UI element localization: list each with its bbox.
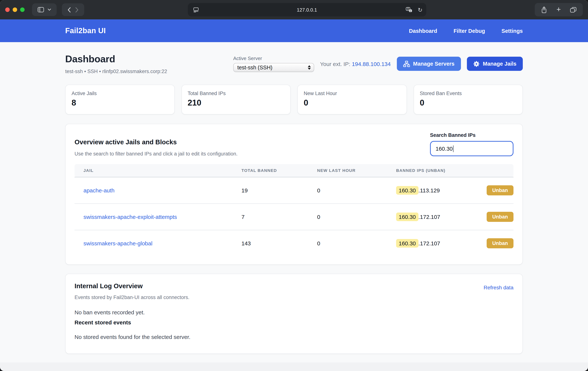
search-block: Search Banned IPs 160.30 — [430, 132, 514, 157]
unban-button[interactable]: Unban — [487, 185, 514, 195]
new-last-hour-value: 0 — [317, 204, 396, 230]
manage-servers-button[interactable]: Manage Servers — [397, 57, 461, 71]
chevron-down-icon[interactable] — [46, 9, 53, 11]
table-row: apache-auth 19 0 160.30 .113.129 — [74, 177, 514, 204]
no-ban-events-text: No ban events recorded yet. — [74, 309, 514, 316]
banned-ip: 160.30 .113.129 — [396, 186, 440, 195]
back-icon[interactable] — [66, 7, 73, 12]
unban-button[interactable]: Unban — [487, 212, 514, 222]
stat-label: Active Jails — [72, 91, 168, 96]
ip-match-highlight: 160.30 — [396, 186, 419, 195]
translate-icon[interactable]: A x — [404, 7, 414, 12]
column-header-total-banned: TOTAL BANNED — [242, 164, 317, 177]
unban-button[interactable]: Unban — [487, 238, 514, 248]
search-banned-ips-input[interactable]: 160.30 — [430, 141, 514, 156]
page-title: Dashboard — [65, 53, 167, 65]
banned-ip: 160.30 .172.107 — [396, 213, 440, 221]
ip-match-highlight: 160.30 — [396, 239, 419, 248]
stat-value: 0 — [304, 98, 400, 108]
ip-rest: .172.107 — [419, 214, 440, 220]
jail-link[interactable]: swissmakers-apache-global — [84, 240, 152, 246]
internal-log-title: Internal Log Overview — [74, 282, 143, 290]
total-banned-value: 19 — [242, 177, 317, 204]
stat-label: Total Banned IPs — [188, 91, 284, 96]
jail-link[interactable]: apache-auth — [84, 187, 115, 194]
sidebar-icon[interactable] — [36, 7, 46, 12]
forward-icon[interactable] — [73, 7, 81, 12]
external-ip-value[interactable]: 194.88.100.134 — [352, 61, 391, 67]
column-header-jail: JAIL — [74, 164, 242, 177]
active-server-label: Active Server — [233, 55, 314, 61]
table-row: swissmakers-apache-exploit-attempts 7 0 … — [74, 204, 514, 230]
address-bar[interactable]: 127.0.0.1 A x ↻ — [188, 3, 426, 16]
overview-title-block: Overview active Jails and Blocks Use the… — [74, 132, 238, 157]
history-nav-group — [62, 3, 84, 16]
search-banned-ips-label: Search Banned IPs — [430, 132, 514, 138]
overview-description: Use the search to filter banned IPs and … — [74, 151, 238, 157]
overview-title: Overview active Jails and Blocks — [74, 138, 238, 146]
refresh-data-link[interactable]: Refresh data — [484, 284, 514, 290]
stat-label: New Last Hour — [304, 91, 400, 96]
reload-icon[interactable]: ↻ — [418, 7, 422, 12]
app-brand[interactable]: Fail2ban UI — [65, 26, 106, 35]
recent-stored-events-title: Recent stored events — [74, 319, 514, 326]
new-tab-icon[interactable]: + — [556, 6, 561, 13]
window-controls — [5, 8, 25, 12]
total-banned-value: 7 — [242, 204, 317, 230]
overview-card: Overview active Jails and Blocks Use the… — [65, 124, 523, 265]
browser-toolbar: 127.0.0.1 A x ↻ — [0, 0, 588, 19]
internal-log-description: Events stored by Fail2ban-UI across all … — [74, 295, 514, 300]
active-server-value: test-ssh (SSH) — [237, 65, 273, 70]
stat-value: 8 — [72, 98, 168, 108]
nav-link-dashboard[interactable]: Dashboard — [409, 28, 437, 34]
sidebar-toggle-group — [32, 3, 57, 16]
stat-cards: Active Jails 8 Total Banned IPs 210 New … — [65, 85, 523, 114]
active-server-select[interactable]: test-ssh (SSH) — [233, 63, 314, 72]
new-last-hour-value: 0 — [317, 177, 396, 204]
internal-log-card: Internal Log Overview Refresh data Event… — [65, 274, 523, 354]
tab-overview-icon[interactable] — [568, 7, 578, 12]
external-ip: Your ext. IP: 194.88.100.134 — [320, 61, 391, 67]
browser-window: 127.0.0.1 A x ↻ — [0, 0, 588, 371]
manage-jails-label: Manage Jails — [483, 61, 516, 67]
main-content: Dashboard test-ssh • SSH • rlinfp02.swis… — [0, 42, 588, 362]
ip-rest: .172.107 — [419, 240, 440, 246]
page-title-block: Dashboard test-ssh • SSH • rlinfp02.swis… — [65, 53, 167, 74]
external-ip-label: Your ext. IP: — [320, 61, 350, 67]
stat-value: 0 — [420, 98, 516, 108]
jail-link[interactable]: swissmakers-apache-exploit-attempts — [84, 214, 177, 220]
window-footer — [0, 362, 588, 371]
column-header-banned-ips: BANNED IPS (UNBAN) — [396, 164, 514, 177]
gear-icon — [473, 61, 479, 67]
table-header-row: JAIL TOTAL BANNED NEW LAST HOUR BANNED I… — [74, 164, 514, 177]
active-server-block: Active Server test-ssh (SSH) — [233, 55, 314, 72]
stat-card-new-last-hour: New Last Hour 0 — [297, 85, 407, 114]
page-subtitle: test-ssh • SSH • rlinfp02.swissmakers.co… — [65, 69, 167, 74]
app-navbar: Fail2ban UI Dashboard Filter Debug Setti… — [0, 19, 588, 42]
table-row: swissmakers-apache-global 143 0 160.30 .… — [74, 230, 514, 256]
svg-text:A: A — [407, 7, 409, 11]
stat-card-total-banned: Total Banned IPs 210 — [181, 85, 291, 114]
stat-card-active-jails: Active Jails 8 — [65, 85, 175, 114]
search-input-value: 160.30 — [436, 145, 453, 152]
toolbar-right-group: + — [535, 3, 583, 16]
nav-link-settings[interactable]: Settings — [502, 28, 523, 34]
zoom-window-button[interactable] — [20, 8, 25, 12]
nav-link-filter-debug[interactable]: Filter Debug — [453, 28, 485, 34]
total-banned-value: 143 — [242, 230, 317, 256]
select-arrows-icon — [308, 65, 311, 70]
stat-label: Stored Ban Events — [420, 91, 516, 96]
no-stored-events-text: No stored events found for the selected … — [74, 334, 514, 340]
sitemap-icon — [403, 61, 410, 67]
column-header-new-last-hour: NEW LAST HOUR — [317, 164, 396, 177]
share-icon[interactable] — [539, 6, 549, 13]
svg-text:x: x — [410, 10, 411, 12]
stat-value: 210 — [188, 98, 284, 108]
text-caret — [453, 145, 454, 152]
close-window-button[interactable] — [5, 8, 10, 12]
manage-jails-button[interactable]: Manage Jails — [467, 57, 523, 71]
new-last-hour-value: 0 — [317, 230, 396, 256]
ip-rest: .113.129 — [419, 187, 440, 194]
ip-match-highlight: 160.30 — [396, 213, 419, 221]
minimize-window-button[interactable] — [13, 8, 17, 12]
